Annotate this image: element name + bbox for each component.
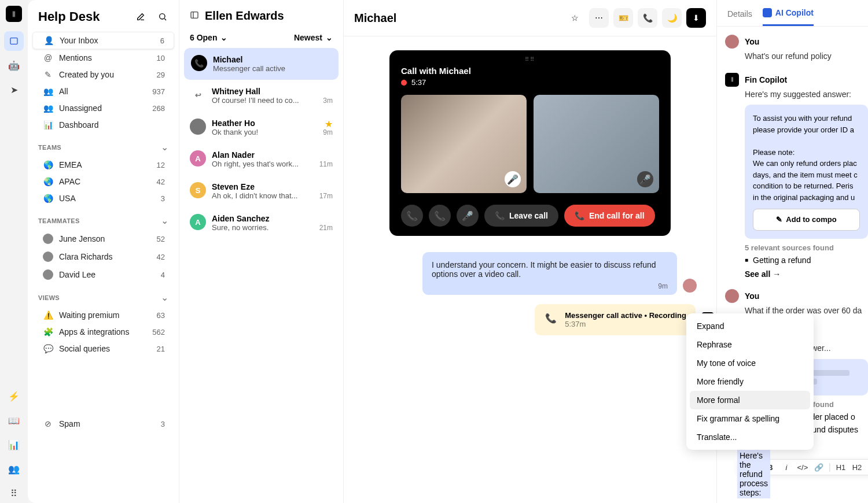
call-widget: ⠿⠿ Call with Michael 5:37 🎤 🎤 📞 📞 🎤 📞 Le…	[389, 50, 671, 236]
teammates-header: TEAMMATES	[38, 217, 157, 224]
ai-menu-item[interactable]: More formal	[690, 391, 810, 409]
sidebar-item[interactable]: 👥All937	[32, 83, 174, 99]
tab-details[interactable]: Details	[727, 8, 752, 26]
composer-draft[interactable]: Here's the refund process steps:	[737, 450, 770, 498]
mute-button[interactable]: 🎤	[457, 205, 479, 227]
rail-inbox[interactable]	[4, 31, 24, 51]
spam-icon: ⊘	[43, 419, 53, 428]
chevron-down-icon[interactable]: ⌄	[161, 215, 168, 226]
leave-call-button[interactable]: 📞 Leave call	[484, 205, 558, 227]
sidebar-item[interactable]: @Mentions10	[32, 50, 174, 66]
sort-newest[interactable]: Newest ⌄	[294, 33, 333, 42]
drag-handle[interactable]: ⠿⠿	[389, 56, 671, 62]
sidebar-item-spam[interactable]: ⊘Spam3	[32, 416, 174, 432]
tab-ai-copilot[interactable]: AI Copilot	[763, 8, 814, 26]
contact-avatar: A	[190, 214, 206, 230]
agent-avatar	[683, 279, 697, 293]
more-icon[interactable]: ⋯	[589, 8, 609, 28]
close-conversation-icon[interactable]: ⬇	[686, 8, 706, 28]
ai-menu-item[interactable]: Rephrase	[690, 335, 810, 354]
call-title: Call with Michael	[401, 66, 659, 76]
conversation-item[interactable]: SSteven EzeAh ok, I didn't know that...1…	[179, 175, 343, 207]
rail-book[interactable]: 📖	[4, 410, 24, 430]
add-to-composer-button[interactable]: ✎ Add to compo	[753, 209, 860, 231]
contact-avatar: A	[190, 150, 206, 167]
h1-button[interactable]: H1	[834, 463, 847, 472]
contact-avatar: S	[190, 182, 206, 198]
call-add-button[interactable]: 📞	[429, 205, 451, 227]
chevron-down-icon[interactable]: ⌄	[161, 292, 168, 303]
svg-rect-2	[191, 12, 198, 18]
star-icon[interactable]: ☆	[565, 8, 584, 28]
ai-rewrite-menu: ExpandRephraseMy tone of voiceMore frien…	[686, 313, 814, 450]
sidebar-item[interactable]: 🌎EMEA12	[32, 157, 174, 173]
chevron-down-icon[interactable]: ⌄	[161, 142, 168, 153]
ai-menu-item[interactable]: Fix grammar & spelling	[690, 409, 810, 428]
conversation-item[interactable]: 📞MichaelMessenger call active	[184, 48, 339, 80]
copilot-bot-msg: ⦀Fin Copilot Here's my suggested answer:…	[725, 73, 868, 279]
app-title: Help Desk	[38, 9, 126, 24]
snooze-icon[interactable]: 🌙	[662, 8, 682, 28]
ai-menu-item[interactable]: More friendly	[690, 372, 810, 391]
rail-send[interactable]: ➤	[4, 80, 24, 99]
h2-button[interactable]: H2	[851, 463, 863, 472]
fin-icon: ⦀	[725, 73, 739, 87]
compose-icon[interactable]	[134, 10, 148, 24]
source-item[interactable]: ■Getting a refund	[745, 256, 868, 265]
see-all-link[interactable]: See all →	[745, 269, 868, 279]
mic-muted-icon[interactable]: 🎤	[637, 171, 653, 187]
svg-rect-0	[10, 38, 17, 45]
phone-icon[interactable]: 📞	[638, 8, 657, 28]
ticket-icon[interactable]: 🎫	[613, 8, 633, 28]
sidebar-item[interactable]: David Lee4	[32, 266, 174, 283]
ai-menu-item[interactable]: My tone of voice	[690, 354, 810, 372]
video-participant-1: 🎤	[401, 95, 527, 193]
teams-header: TEAMS	[38, 144, 157, 151]
italic-button[interactable]: i	[780, 463, 793, 472]
rail-chart[interactable]: 📊	[4, 435, 24, 454]
views-header: VIEWS	[38, 294, 157, 301]
sidebar-item[interactable]: 📊Dashboard	[32, 117, 174, 133]
mic-icon[interactable]: 🎤	[505, 171, 521, 187]
sidebar-item[interactable]: Clara Richards42	[32, 248, 174, 265]
conversation-item[interactable]: ↩Whitney HallOf course! I'll need to co.…	[179, 80, 343, 112]
call-transfer-button[interactable]: 📞	[401, 205, 423, 227]
phone-icon: 📞	[191, 55, 207, 71]
recording-dot-icon	[401, 80, 407, 86]
sidebar-item[interactable]: 💬Social queries21	[32, 341, 174, 357]
phone-icon: 📞	[544, 311, 558, 325]
code-button[interactable]: </>	[796, 463, 809, 472]
inbox-owner: Ellen Edwards	[205, 9, 284, 23]
rail-bot[interactable]: 🤖	[4, 56, 24, 75]
search-icon[interactable]	[156, 10, 170, 24]
contact-avatar	[190, 119, 206, 135]
rail-apps[interactable]: ⠿	[4, 483, 24, 503]
sidebar-item[interactable]: ✎Created by you29	[32, 66, 174, 83]
svg-point-1	[160, 14, 165, 19]
panel-toggle-icon[interactable]	[190, 10, 199, 22]
app-logo: ⦀	[6, 6, 22, 22]
outbound-message: I understand your concern. It might be e…	[422, 252, 677, 295]
end-call-button[interactable]: 📞 End call for all	[564, 205, 655, 227]
conversation-item[interactable]: Heather HoOk thank you!★9m	[179, 112, 343, 143]
ai-menu-item[interactable]: Expand	[690, 317, 810, 335]
ai-menu-item[interactable]: Translate...	[690, 428, 810, 446]
icon-rail: ⦀ 🤖 ➤ ⚡ 📖 📊 👥 ⠿	[0, 0, 28, 503]
sidebar-item[interactable]: 👥Unassigned268	[32, 100, 174, 116]
sidebar-item[interactable]: June Jenson52	[32, 230, 174, 247]
sidebar-item[interactable]: 🧩Apps & integrations562	[32, 324, 174, 340]
sidebar-item[interactable]: 🌎USA3	[32, 190, 174, 206]
conversation-item[interactable]: AAlan NaderOh right, yes that's work...1…	[179, 143, 343, 175]
copilot-icon	[763, 8, 772, 17]
contact-name: Michael	[354, 12, 560, 25]
sidebar-item[interactable]: ⚠️Waiting premium63	[32, 307, 174, 323]
link-button[interactable]: 🔗	[812, 463, 825, 472]
sidebar-item[interactable]: 🌏APAC42	[32, 173, 174, 190]
user-avatar	[725, 289, 739, 303]
suggested-answer: To assist you with your refund please pr…	[745, 105, 868, 239]
filter-open[interactable]: 6 Open ⌄	[190, 33, 227, 42]
rail-people[interactable]: 👥	[4, 459, 24, 479]
sidebar-item[interactable]: 👤Your Inbox6	[32, 32, 174, 49]
conversation-item[interactable]: AAiden SanchezSure, no worries.21m	[179, 207, 343, 239]
rail-bolt[interactable]: ⚡	[4, 386, 24, 406]
